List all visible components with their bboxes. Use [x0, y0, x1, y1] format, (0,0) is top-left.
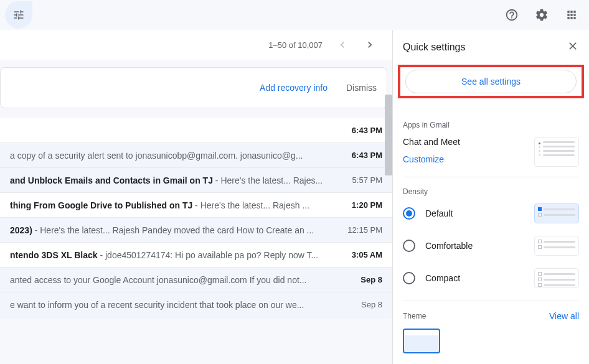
apps-preview-thumb	[534, 137, 579, 167]
mail-subject: and Unblock Emails and Contacts in Gmail…	[10, 175, 342, 185]
mail-time: 5:57 PM	[352, 175, 382, 185]
mail-row[interactable]: a copy of a security alert sent to jonas…	[0, 143, 392, 168]
theme-header: Theme View all	[403, 311, 579, 321]
theme-section-title: Theme	[403, 312, 426, 320]
density-label: Default	[425, 208, 453, 218]
mail-subject: anted access to your Google Account jona…	[10, 275, 351, 285]
mail-row[interactable]: ntendo 3DS XL Black - jdoe4501274174: Hi…	[0, 243, 392, 268]
help-icon[interactable]	[499, 2, 524, 27]
mail-time: Sep 8	[360, 275, 382, 284]
radio-button[interactable]	[403, 272, 415, 284]
apps-row: Chat and Meet Customize	[403, 137, 579, 167]
apps-section-title: Apps in Gmail	[403, 121, 579, 129]
see-all-highlight: See all settings	[398, 65, 584, 98]
mail-subject: 2023) - Here's the latest... Rajesh Pand…	[10, 225, 337, 235]
close-icon[interactable]	[567, 40, 579, 55]
filter-button[interactable]	[5, 1, 32, 29]
mail-area: 1–50 of 10,007 Add recovery info Dismiss…	[0, 30, 392, 364]
header-right	[499, 2, 584, 27]
next-page-button[interactable]	[357, 32, 382, 57]
theme-section: Theme View all	[403, 301, 579, 353]
recovery-banner: Add recovery info Dismiss	[0, 67, 387, 108]
content-area: 1–50 of 10,007 Add recovery info Dismiss…	[0, 30, 589, 364]
density-preview-thumb	[534, 236, 579, 256]
mail-row[interactable]: thing From Google Drive to Published on …	[0, 193, 392, 218]
top-header	[0, 0, 589, 30]
mail-list: 6:43 PMa copy of a security alert sent t…	[0, 118, 392, 317]
mail-time: 12:15 PM	[347, 225, 382, 235]
add-recovery-link[interactable]: Add recovery info	[260, 83, 327, 93]
qs-title: Quick settings	[403, 42, 465, 53]
dismiss-button[interactable]: Dismiss	[346, 83, 377, 93]
mail-time: 6:43 PM	[352, 126, 382, 135]
pagination-bar: 1–50 of 10,007	[0, 30, 392, 60]
mail-time: 3:05 AM	[352, 250, 382, 259]
mail-time: 6:43 PM	[352, 151, 382, 160]
view-all-link[interactable]: View all	[549, 311, 579, 321]
radio-button[interactable]	[403, 240, 415, 252]
quick-settings-panel: Quick settings See all settings Apps in …	[392, 30, 589, 364]
mail-row[interactable]: and Unblock Emails and Contacts in Gmail…	[0, 168, 392, 193]
density-option[interactable]: Default	[403, 203, 579, 223]
mail-time: Sep 8	[361, 300, 382, 309]
prev-page-button[interactable]	[330, 32, 355, 57]
chat-meet-label: Chat and Meet	[403, 137, 460, 147]
mail-row[interactable]: 2023) - Here's the latest... Rajesh Pand…	[0, 218, 392, 243]
mail-time: 1:20 PM	[352, 200, 382, 210]
mail-row[interactable]: e want to inform you of a recent securit…	[0, 292, 392, 317]
scrollbar-thumb[interactable]	[385, 95, 392, 175]
qs-header: Quick settings	[403, 40, 579, 55]
apps-grid-icon[interactable]	[559, 2, 584, 27]
density-preview-thumb	[534, 268, 579, 288]
mail-subject: thing From Google Drive to Published on …	[10, 200, 342, 210]
apps-text-block: Chat and Meet Customize	[403, 137, 460, 164]
apps-section: Apps in Gmail Chat and Meet Customize	[403, 111, 579, 177]
header-left	[5, 1, 32, 29]
customize-link[interactable]: Customize	[403, 154, 460, 164]
density-preview-thumb	[534, 203, 579, 223]
mail-subject: a copy of a security alert sent to jonas…	[10, 151, 342, 161]
density-option[interactable]: Comfortable	[403, 236, 579, 256]
density-label: Comfortable	[425, 241, 473, 251]
density-label: Compact	[425, 273, 460, 283]
see-all-settings-button[interactable]: See all settings	[405, 70, 577, 93]
density-option[interactable]: Compact	[403, 268, 579, 288]
density-section-title: Density	[403, 187, 579, 196]
mail-subject: ntendo 3DS XL Black - jdoe4501274174: Hi…	[10, 250, 342, 260]
page-info: 1–50 of 10,007	[268, 40, 323, 50]
mail-row[interactable]: anted access to your Google Account jona…	[0, 268, 392, 292]
density-section: Density DefaultComfortableCompact	[403, 177, 579, 301]
mail-row[interactable]: 6:43 PM	[0, 118, 392, 143]
gear-icon[interactable]	[529, 2, 554, 27]
radio-button[interactable]	[403, 207, 415, 220]
theme-thumbnail[interactable]	[403, 329, 440, 353]
mail-subject: e want to inform you of a recent securit…	[10, 300, 351, 310]
